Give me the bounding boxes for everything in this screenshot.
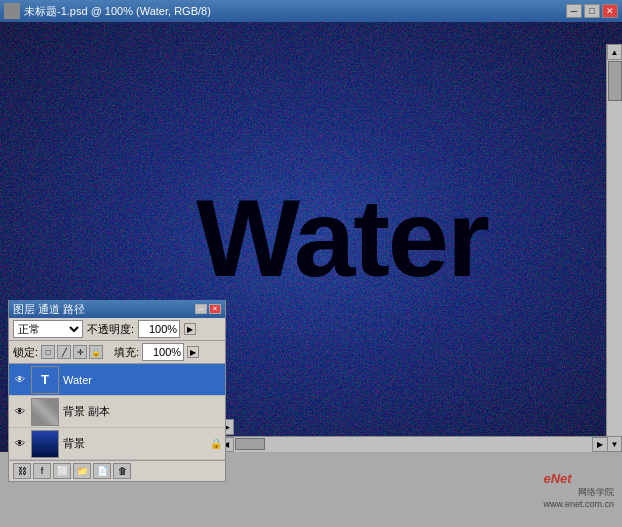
- enet-subtitle: 网络学院www.enet.com.cn: [543, 486, 614, 509]
- layers-toolbar-opacity: 正常 不透明度: ▶: [9, 318, 225, 341]
- layer-name: Water: [63, 374, 223, 386]
- lock-icons: □ ╱ ✛ 🔒: [41, 345, 103, 359]
- fill-arrow[interactable]: ▶: [187, 346, 199, 358]
- scroll-track-horizontal: [234, 437, 592, 452]
- scroll-down-arrow[interactable]: ▼: [607, 436, 622, 452]
- scroll-up-arrow[interactable]: ▲: [607, 44, 622, 60]
- minimize-button[interactable]: ─: [566, 4, 582, 18]
- layer-visibility-toggle[interactable]: 👁: [11, 435, 29, 453]
- enet-brand: eNet: [543, 471, 614, 486]
- layers-panel-titlebar: 图层 通道 路径 ─ ✕: [9, 300, 225, 318]
- layers-toolbar-lock: 锁定: □ ╱ ✛ 🔒 填充: ▶: [9, 341, 225, 364]
- layers-panel-close[interactable]: ✕: [209, 304, 221, 314]
- layer-name: 背景 副本: [63, 404, 223, 419]
- text-layer-icon: T: [32, 367, 58, 393]
- gray-layer-preview: [32, 399, 58, 425]
- scroll-thumb-horizontal[interactable]: [235, 438, 265, 450]
- new-layer-button[interactable]: 📄: [93, 463, 111, 479]
- opacity-arrow[interactable]: ▶: [184, 323, 196, 335]
- layer-thumbnail: [31, 398, 59, 426]
- water-text-display: Water: [196, 174, 488, 301]
- canvas-scrollbar-horizontal[interactable]: ◀ ▶: [218, 436, 608, 452]
- fill-label: 填充:: [114, 345, 139, 360]
- lock-move-icon[interactable]: ✛: [73, 345, 87, 359]
- lock-paint-icon[interactable]: ╱: [57, 345, 71, 359]
- canvas-scrollbar-vertical[interactable]: ▲ ▼: [606, 44, 622, 452]
- layer-row[interactable]: 👁 背景 🔒: [9, 428, 225, 460]
- lock-transparency-icon[interactable]: □: [41, 345, 55, 359]
- layer-visibility-toggle[interactable]: 👁: [11, 371, 29, 389]
- opacity-label: 不透明度:: [87, 322, 134, 337]
- layer-visibility-toggle[interactable]: 👁: [11, 403, 29, 421]
- window-controls: ─ □ ✕: [566, 4, 618, 18]
- window-title: 未标题-1.psd @ 100% (Water, RGB/8): [24, 4, 566, 19]
- close-button[interactable]: ✕: [602, 4, 618, 18]
- link-layers-button[interactable]: ⛓: [13, 463, 31, 479]
- delete-layer-button[interactable]: 🗑: [113, 463, 131, 479]
- layer-style-button[interactable]: f: [33, 463, 51, 479]
- lock-label: 锁定:: [13, 345, 38, 360]
- layer-row[interactable]: 👁 背景 副本: [9, 396, 225, 428]
- layer-thumbnail: [31, 430, 59, 458]
- layers-panel-title: 图层 通道 路径: [13, 302, 85, 317]
- layer-lock-icon: 🔒: [209, 437, 223, 451]
- titlebar: 未标题-1.psd @ 100% (Water, RGB/8) ─ □ ✕: [0, 0, 622, 22]
- layers-panel-controls: ─ ✕: [195, 304, 221, 314]
- layers-list: 👁 T Water 👁 背景 副本 👁 背景: [9, 364, 225, 460]
- layer-group-button[interactable]: 📁: [73, 463, 91, 479]
- layers-panel: 图层 通道 路径 ─ ✕ 正常 不透明度: ▶ 锁定: □ ╱ ✛ 🔒 填充: [8, 300, 226, 482]
- scroll-thumb-vertical[interactable]: [608, 61, 622, 101]
- scroll-right-arrow[interactable]: ▶: [592, 437, 608, 452]
- layer-name: 背景: [63, 436, 209, 451]
- maximize-button[interactable]: □: [584, 4, 600, 18]
- layers-bottom-toolbar: ⛓ f ⬜ 📁 📄 🗑: [9, 460, 225, 481]
- layer-row[interactable]: 👁 T Water: [9, 364, 225, 396]
- opacity-input[interactable]: [138, 320, 180, 338]
- blend-mode-select[interactable]: 正常: [13, 320, 83, 338]
- lock-all-icon[interactable]: 🔒: [89, 345, 103, 359]
- layer-thumbnail: T: [31, 366, 59, 394]
- layer-mask-button[interactable]: ⬜: [53, 463, 71, 479]
- enet-logo-area: eNet 网络学院www.enet.com.cn: [543, 471, 614, 509]
- blue-layer-preview: [32, 431, 58, 457]
- fill-input[interactable]: [142, 343, 184, 361]
- layers-panel-minimize[interactable]: ─: [195, 304, 207, 314]
- app-icon: [4, 3, 20, 19]
- main-window: 未标题-1.psd @ 100% (Water, RGB/8) ─ □ ✕: [0, 0, 622, 527]
